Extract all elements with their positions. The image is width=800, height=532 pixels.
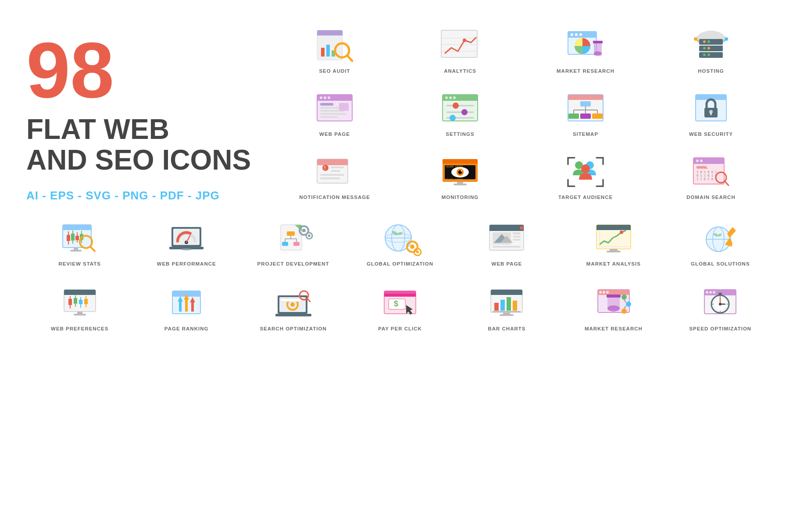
svg-rect-21 — [593, 41, 603, 43]
icon-row-1: SEO AUDIT — [272, 18, 774, 81]
top-icons: SEO AUDIT — [272, 18, 774, 207]
svg-point-31 — [703, 47, 706, 50]
search-optimization-icon — [271, 286, 315, 321]
icon-web-page-1: WEB PAGE — [272, 81, 397, 144]
hero-title: FLAT WEBAND SEO ICONS — [26, 114, 272, 176]
svg-point-233 — [621, 309, 627, 314]
svg-rect-217 — [507, 297, 511, 311]
svg-rect-101 — [454, 184, 467, 185]
icon-search-optimization: SEARCH OPTIMIZATION — [240, 275, 346, 338]
notification-message-label: NOTIFICATION MESSAGE — [299, 195, 370, 200]
svg-point-109 — [700, 160, 703, 162]
svg-text:www.: www. — [696, 165, 708, 170]
svg-point-230 — [607, 305, 620, 312]
analytics-label: ANALYTICS — [444, 68, 476, 74]
domain-search-icon: www. 1 0 1 0 0 1 0 1 1 0 1 0 1 1 0 1 0 1 — [689, 154, 733, 189]
global-solutions-label: GLOBAL SOLUTIONS — [691, 261, 750, 266]
icon-market-research-1: MARKET RESEARCH — [523, 18, 648, 81]
icon-sitemap: SITEMAP — [523, 81, 648, 144]
target-audience-icon — [564, 154, 607, 189]
svg-point-22 — [594, 51, 602, 56]
icon-global-solutions: GLOBAL SOLUTIONS — [667, 210, 774, 273]
svg-rect-143 — [282, 242, 288, 246]
project-development-icon — [271, 221, 315, 256]
analytics-icon — [438, 28, 482, 63]
icon-domain-search: www. 1 0 1 0 0 1 0 1 1 0 1 0 1 1 0 1 0 1… — [648, 144, 774, 207]
svg-line-128 — [90, 247, 95, 251]
bar-charts-icon — [485, 286, 529, 321]
svg-point-154 — [410, 245, 414, 249]
market-research-2-label: MARKET RESEARCH — [585, 326, 643, 331]
icon-project-development: PROJECT DEVELOPMENT — [240, 210, 346, 273]
icon-row-4: REVIEW STATS WEB PERFORMA — [26, 210, 774, 273]
monitoring-icon: 10100 10101 01101 10010 — [438, 154, 482, 189]
svg-rect-66 — [580, 101, 591, 106]
web-page-2-icon — [485, 221, 529, 256]
svg-rect-49 — [320, 116, 338, 118]
project-development-label: PROJECT DEVELOPMENT — [257, 261, 329, 266]
web-page-1-label: WEB PAGE — [319, 131, 350, 137]
svg-rect-26 — [699, 39, 723, 45]
svg-rect-27 — [699, 46, 723, 51]
svg-point-108 — [696, 160, 699, 162]
svg-point-239 — [706, 291, 708, 294]
svg-rect-74 — [592, 113, 603, 119]
svg-point-201 — [290, 302, 295, 307]
hero-formats: AI - EPS - SVG - PNG - PDF - JPG — [26, 189, 272, 202]
svg-rect-28 — [699, 52, 723, 58]
icon-row-3: ! NOTIFICATION MESSAGE — [272, 144, 774, 207]
page: 98 FLAT WEBAND SEO ICONS AI - EPS - SVG … — [0, 0, 800, 532]
svg-rect-137 — [281, 225, 302, 250]
sitemap-icon — [564, 91, 607, 126]
svg-rect-167 — [493, 246, 521, 248]
market-analysis-icon — [592, 221, 636, 256]
svg-point-104 — [581, 164, 590, 173]
svg-point-241 — [713, 291, 715, 294]
svg-rect-189 — [84, 299, 88, 304]
svg-text:!: ! — [324, 166, 325, 170]
svg-point-32 — [707, 47, 710, 50]
hosting-icon — [689, 28, 733, 63]
svg-point-232 — [626, 301, 631, 307]
icon-web-preferences: WEB PREFERENCES — [26, 275, 133, 338]
bar-charts-label: BAR CHARTS — [488, 326, 525, 331]
svg-point-16 — [571, 33, 573, 36]
svg-point-227 — [606, 291, 609, 294]
svg-point-58 — [453, 103, 459, 109]
icon-pay-per-click: $ PAY PER CLICK — [346, 275, 453, 338]
svg-point-246 — [719, 303, 721, 305]
svg-rect-2 — [317, 33, 343, 35]
seo-audit-icon — [313, 28, 357, 63]
svg-rect-214 — [491, 292, 522, 295]
svg-rect-48 — [320, 113, 346, 115]
svg-rect-124 — [75, 236, 79, 240]
svg-rect-3 — [321, 48, 325, 57]
svg-rect-41 — [317, 98, 352, 101]
web-page-1-icon — [313, 91, 357, 126]
svg-rect-218 — [513, 301, 517, 311]
icon-market-analysis: MARKET ANALYSIS — [560, 210, 667, 273]
svg-rect-88 — [320, 174, 344, 176]
svg-point-160 — [520, 226, 523, 230]
domain-search-label: DOMAIN SEARCH — [686, 195, 735, 200]
svg-point-33 — [703, 53, 706, 56]
icon-settings: SETTINGS — [397, 81, 523, 144]
svg-rect-221 — [500, 314, 514, 316]
svg-rect-72 — [568, 113, 579, 119]
hero-section: 98 FLAT WEBAND SEO ICONS AI - EPS - SVG … — [26, 18, 272, 207]
svg-rect-87 — [331, 170, 340, 172]
svg-rect-202 — [281, 298, 303, 301]
hosting-label: HOSTING — [698, 68, 724, 74]
top-section: 98 FLAT WEBAND SEO ICONS AI - EPS - SVG … — [26, 18, 774, 207]
svg-point-146 — [302, 229, 306, 232]
svg-text:1 1 0 1 0 1: 1 1 0 1 0 1 — [696, 177, 717, 181]
svg-point-62 — [450, 115, 456, 121]
svg-point-231 — [621, 294, 627, 300]
svg-rect-191 — [74, 314, 86, 316]
svg-rect-216 — [500, 300, 505, 311]
notification-message-icon: ! — [313, 154, 357, 189]
svg-point-148 — [308, 234, 311, 237]
web-security-icon — [689, 91, 733, 126]
pay-per-click-icon: $ — [378, 286, 422, 321]
svg-rect-170 — [596, 227, 631, 230]
